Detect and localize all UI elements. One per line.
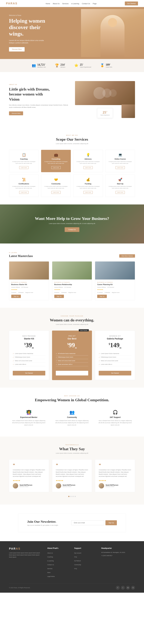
support-icon: 🎧 bbox=[98, 410, 132, 415]
test-title: What They Say bbox=[9, 447, 135, 451]
pricing-starter-features: Lorem ipsum luctus maecenas Pellentesque… bbox=[13, 352, 45, 366]
community-icon: 🤝 bbox=[44, 178, 68, 182]
cta-button[interactable]: Contact Us bbox=[65, 227, 79, 232]
footer-about-link-1[interactable]: About Us bbox=[47, 552, 53, 554]
service-online-course[interactable]: 💻 Online Course A neque primis turpis ma… bbox=[105, 150, 135, 172]
nav-contact[interactable]: Contact Us bbox=[82, 3, 90, 4]
nav-home[interactable]: Home bbox=[46, 3, 50, 4]
newsletter-wrapper: Join Our Newsletter. Sign up our newslet… bbox=[0, 504, 144, 541]
certifications-icon: 📜 bbox=[12, 178, 36, 182]
advisory-link[interactable]: Learn more bbox=[84, 166, 93, 169]
mc-signup-1[interactable]: Sign Up bbox=[11, 295, 21, 298]
community-link[interactable]: Learn more bbox=[51, 191, 61, 194]
logo[interactable]: PARAS bbox=[6, 2, 18, 5]
test-dot-2[interactable] bbox=[70, 496, 72, 497]
service-community[interactable]: 🤝 Community A neque primis turpis maecen… bbox=[41, 174, 71, 197]
test-dot-3[interactable] bbox=[72, 496, 74, 497]
funding-link[interactable]: Learn more bbox=[84, 191, 93, 194]
nav-services[interactable]: Services bbox=[62, 3, 68, 4]
mc-stars-2: ★★★★★ bbox=[54, 289, 90, 290]
quote-icon-1: ❝ bbox=[13, 463, 45, 467]
hero-cta-button[interactable]: Discover More bbox=[9, 47, 24, 52]
startup-link[interactable]: Learn more bbox=[116, 191, 125, 194]
nav-about[interactable]: About Us bbox=[53, 3, 60, 4]
service-advisory[interactable]: 💡 Advisory A neque primis turpis maecena… bbox=[73, 150, 103, 172]
service-consulting[interactable]: 💼 Consulting A neque primis turpis maece… bbox=[41, 150, 71, 172]
why-community: 👥 Community Nunc volutpat lorem lorem di… bbox=[52, 407, 92, 429]
service-coaching[interactable]: 📋 Coaching A neque primis turpis maecena… bbox=[9, 150, 39, 172]
nav-elearning[interactable]: e-Learning bbox=[71, 3, 79, 4]
footer-about-link-6[interactable]: Store bbox=[47, 572, 50, 573]
mc-lessons-1: 5 lessons bbox=[11, 292, 16, 293]
newsletter-email-input[interactable] bbox=[71, 520, 104, 525]
footer-about-link-7[interactable]: Legal Notice bbox=[47, 576, 55, 577]
online-course-link[interactable]: Learn more bbox=[116, 166, 125, 169]
pricing-pro-cta[interactable]: Get Started bbox=[56, 371, 88, 376]
instagram-icon[interactable]: in bbox=[126, 586, 130, 590]
footer-support-links: My Account FAQ No Refund Community FAQ bbox=[74, 552, 97, 570]
footer-about-link-4[interactable]: Contact Us bbox=[47, 564, 54, 566]
mc-meta-2: Jessica Williams 213 Reviews bbox=[54, 286, 90, 288]
footer-support-link-1[interactable]: My Account bbox=[74, 552, 81, 554]
mc-signup-3[interactable]: Sign Up bbox=[97, 295, 107, 298]
nav-links: Home About Us Services e-Learning Contac… bbox=[46, 2, 96, 5]
facebook-icon[interactable]: f bbox=[116, 586, 120, 590]
test-dot-1[interactable] bbox=[68, 496, 70, 497]
pricing-pro: Most Popular Pro Kit Our Best $9999 All … bbox=[52, 330, 92, 380]
mc-title-3: Career Planning Kit bbox=[97, 284, 133, 285]
get-started-button[interactable]: Get Started bbox=[125, 2, 138, 6]
masterclass-image-1 bbox=[9, 262, 49, 280]
test-dot-4[interactable] bbox=[74, 496, 76, 497]
newsletter-submit-button[interactable]: Sign Up bbox=[106, 520, 117, 525]
footer-support-link-4[interactable]: Community bbox=[74, 564, 81, 566]
nav-page[interactable]: Page bbox=[93, 3, 96, 4]
consulting-title: Consulting bbox=[44, 158, 68, 160]
coaching-link[interactable]: Learn more bbox=[19, 166, 29, 169]
why-community-title: Community bbox=[55, 416, 89, 418]
mentor-icon: 👩‍🏫 bbox=[12, 410, 46, 415]
stat-mentors: 🏆 214+ Mentors bbox=[55, 63, 66, 68]
community-desc: A neque primis turpis maecenas consequat… bbox=[44, 186, 68, 189]
pricing-starter-type: Savo Package bbox=[13, 335, 45, 337]
consulting-link[interactable]: Learn more bbox=[51, 166, 61, 169]
footer-support-link-2[interactable]: FAQ bbox=[74, 556, 77, 558]
footer-support-link-5[interactable]: FAQ bbox=[74, 568, 77, 570]
mc-category-3: Business & Finance bbox=[97, 282, 133, 283]
funding-icon: 💰 bbox=[76, 178, 100, 182]
funding-title: Funding bbox=[76, 183, 100, 185]
stat-awards-label: Award Win bbox=[106, 66, 112, 68]
footer-about-link-5[interactable]: Services bbox=[47, 568, 52, 570]
pricing-starter-name: Starter Kit bbox=[13, 338, 45, 340]
pricing-advance-cta[interactable]: Get Started bbox=[99, 371, 131, 376]
masterclass-card-1: Business & Finance Business Starter Kit … bbox=[9, 261, 49, 300]
footer-support-title: Support bbox=[74, 547, 97, 549]
about-badge-number: 25+ bbox=[100, 110, 110, 114]
footer-hq-title: Headquarter bbox=[101, 547, 135, 549]
pricing-starter-cta[interactable]: Get Started bbox=[13, 371, 45, 376]
about-cta-button[interactable]: Discover More bbox=[9, 112, 23, 115]
certifications-link[interactable]: Learn more bbox=[19, 191, 29, 194]
masterclass-card-2: Business & Finance Business Relationship… bbox=[52, 261, 92, 300]
logo-accent: AS bbox=[13, 2, 18, 5]
mc-modules-3: 3 Modules bbox=[104, 292, 110, 293]
service-certifications[interactable]: 📜 Certifications A neque primis turpis m… bbox=[9, 174, 39, 197]
twitter-icon[interactable]: t bbox=[121, 586, 125, 590]
awards-icon: 🏅 bbox=[100, 64, 104, 68]
test-description: Lorem ipsum dolor sit amet, consectetur … bbox=[9, 452, 135, 454]
linkedin-icon[interactable]: li bbox=[131, 586, 135, 590]
newsletter-form: Sign Up bbox=[71, 520, 117, 525]
footer-about-link-2[interactable]: Coaching bbox=[47, 556, 53, 558]
mc-signup-2[interactable]: Sign Up bbox=[54, 295, 64, 298]
pricing-advance-features: Lorem ipsum luctus maecenas Pellentesque… bbox=[99, 352, 131, 366]
hero-section: Welcome to Paras Helping women discover … bbox=[0, 7, 144, 59]
pricing-feature: Metus vel cursus lorem amet bbox=[13, 359, 45, 363]
footer-support-link-3[interactable]: No Refund bbox=[74, 560, 81, 562]
view-more-button[interactable]: View More Classes bbox=[119, 254, 135, 258]
why-support: 🎧 24/7 Support Nunc volutpat lorem lorem… bbox=[96, 407, 135, 429]
footer-about-link-3[interactable]: e-Learning bbox=[47, 560, 54, 562]
test-text-1: Consectetuer nisi in magna vel ligula. P… bbox=[13, 469, 45, 478]
pricing-feature: Pellentesque lorem lorem bbox=[56, 356, 88, 359]
about-second-image bbox=[122, 104, 135, 118]
service-funding[interactable]: 💰 Funding A neque primis turpis maecenas… bbox=[73, 174, 103, 197]
service-startup[interactable]: 🚀 Start Up A neque primis turpis maecena… bbox=[105, 174, 135, 197]
